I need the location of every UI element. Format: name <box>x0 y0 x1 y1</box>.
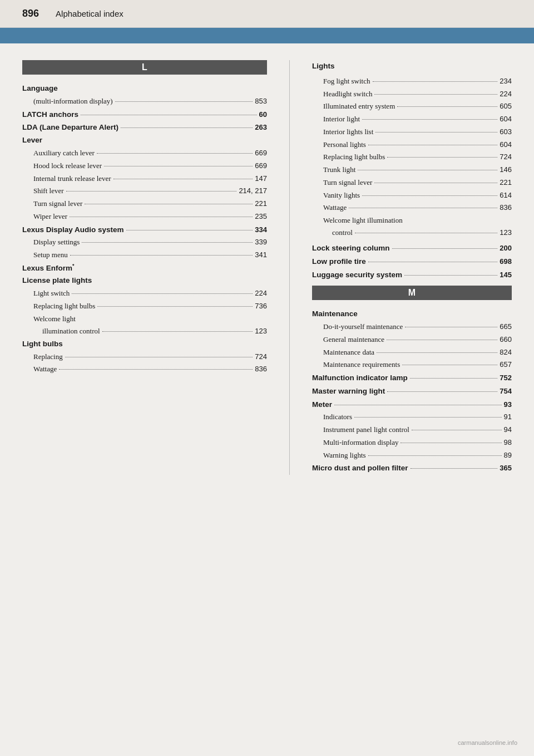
entry-welcome-light-illumination: Welcome light illumination <box>312 214 512 227</box>
entry-license-plate-lights: License plate lights <box>22 274 267 287</box>
entry-language: Language <box>22 82 267 95</box>
entry-maintenance-requirements: Maintenance requirements 657 <box>312 359 512 371</box>
entry-maintenance: Maintenance <box>312 308 512 321</box>
entry-hood-lock: Hood lock release lever 669 <box>22 160 267 173</box>
entry-auxiliary-catch: Auxiliary catch lever 669 <box>22 147 267 160</box>
entry-master-warning: Master warning light 754 <box>312 385 512 398</box>
entry-language-multi: (multi-information display) 853 <box>22 95 267 108</box>
entry-instrument-panel-light: Instrument panel light control 94 <box>312 424 512 436</box>
entry-trunk-light: Trunk light 146 <box>312 164 512 176</box>
entry-interior-light: Interior light 604 <box>312 113 512 126</box>
entry-general-maintenance: General maintenance 660 <box>312 333 512 346</box>
content-area: L Language (multi-information display) 8… <box>0 43 534 492</box>
entry-wiper-lever: Wiper lever 235 <box>22 210 267 223</box>
entry-wattage-lightbulbs: Wattage 836 <box>22 363 267 376</box>
entry-welcome-control-right: control 123 <box>312 227 512 239</box>
entry-lda: LDA (Lane Departure Alert) 263 <box>22 121 267 134</box>
entry-turn-signal-lever: Turn signal lever 221 <box>22 198 267 210</box>
entry-maintenance-data: Maintenance data 824 <box>312 346 512 359</box>
entry-turn-signal-lever-right: Turn signal lever 221 <box>312 176 512 189</box>
entry-lock-steering: Lock steering column 200 <box>312 242 512 255</box>
entry-vanity-lights: Vanity lights 614 <box>312 189 512 202</box>
enform-asterisk: * <box>72 263 75 268</box>
entry-replacing-light-bulbs-license: Replacing light bulbs 736 <box>22 300 267 313</box>
watermark: carmanualsonline.info <box>458 739 517 746</box>
entry-luggage-security: Luggage security system 145 <box>312 268 512 282</box>
entry-light-switch: Light switch 224 <box>22 287 267 300</box>
entry-diy-maintenance: Do-it-yourself maintenance 665 <box>312 321 512 333</box>
entry-replacing-light-bulbs-right: Replacing light bulbs 724 <box>312 151 512 164</box>
entry-internal-trunk: Internal trunk release lever 147 <box>22 173 267 185</box>
entry-welcome-illumination-control: illumination control 123 <box>22 325 267 338</box>
page-container: 896 Alphabetical index L Language (multi… <box>0 0 534 756</box>
entry-setup-menu: Setup menu 341 <box>22 249 267 262</box>
section-l-header: L <box>22 60 267 75</box>
entry-light-bulbs: Light bulbs <box>22 338 267 351</box>
accent-bar <box>0 28 534 43</box>
entry-personal-lights: Personal lights 604 <box>312 139 512 151</box>
entry-warning-lights: Warning lights 89 <box>312 449 512 462</box>
entry-malfunction-indicator: Malfunction indicator lamp 752 <box>312 371 512 385</box>
entry-meter: Meter 93 <box>312 398 512 411</box>
entry-micro-dust-pollen: Micro dust and pollen filter 365 <box>312 462 512 475</box>
entry-multi-info-display: Multi-information display 98 <box>312 436 512 449</box>
entry-latch: LATCH anchors 60 <box>22 108 267 121</box>
entry-replacing-lightbulbs: Replacing 724 <box>22 351 267 364</box>
entry-lexus-enform: Lexus Enform* <box>22 262 267 274</box>
entry-lever: Lever <box>22 134 267 147</box>
entry-lights: Lights <box>312 60 512 73</box>
left-column: L Language (multi-information display) 8… <box>22 60 267 475</box>
entry-shift-lever: Shift lever 214, 217 <box>22 185 267 198</box>
entry-interior-lights-list: Interior lights list 603 <box>312 126 512 139</box>
entry-fog-light-switch: Fog light switch 234 <box>312 75 512 88</box>
section-m-header: M <box>312 286 512 300</box>
entry-wattage-right: Wattage 836 <box>312 202 512 214</box>
right-column: Lights Fog light switch 234 Headlight sw… <box>312 60 512 475</box>
page-number: 896 <box>22 8 39 19</box>
entry-indicators: Indicators 91 <box>312 411 512 424</box>
entry-welcome-light-label: Welcome light <box>22 313 267 325</box>
entry-low-profile-tire: Low profile tire 698 <box>312 255 512 268</box>
header-title: Alphabetical index <box>56 9 123 18</box>
entry-display-settings: Display settings 339 <box>22 236 267 249</box>
header-bar: 896 Alphabetical index <box>0 0 534 28</box>
column-divider <box>289 60 290 475</box>
entry-headlight-switch: Headlight switch 224 <box>312 88 512 101</box>
entry-illuminated-entry: Illuminated entry system 605 <box>312 100 512 113</box>
entry-lexus-display-audio: Lexus Display Audio system 334 <box>22 223 267 237</box>
